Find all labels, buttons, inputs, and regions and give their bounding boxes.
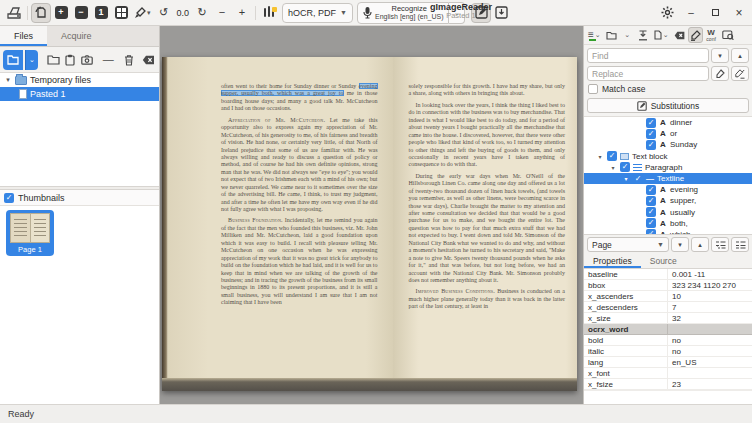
word-row[interactable]: ✓Ausually xyxy=(584,207,752,218)
thumbnails-checkbox[interactable]: ✓ xyxy=(4,193,14,203)
remove-image-button[interactable]: — xyxy=(101,51,116,69)
word-row[interactable]: ✓Aboth, xyxy=(584,218,752,229)
insert-mode-button[interactable]: ≡ ⌄ xyxy=(586,27,603,43)
zoom-in-button[interactable]: + xyxy=(51,3,71,23)
image-controls-button[interactable] xyxy=(259,3,279,23)
replace-all-button[interactable] xyxy=(731,66,749,81)
replace-button[interactable] xyxy=(711,66,729,81)
paste-button[interactable] xyxy=(63,51,78,69)
navigate-next-button[interactable]: ▾ xyxy=(671,237,689,252)
property-row[interactable]: x_fsize23 xyxy=(584,379,752,390)
scanned-book-image[interactable]: often went to their home for Sunday dinn… xyxy=(162,57,577,391)
textline-row-selected[interactable]: ▾✓—Textline xyxy=(584,173,752,184)
word-row[interactable]: ✓Adinner xyxy=(584,117,752,128)
find-input[interactable] xyxy=(587,48,709,63)
property-row[interactable]: boldno xyxy=(584,335,752,346)
word-confidence-toggle-button[interactable]: Wconf xyxy=(704,27,719,43)
rotate-cw-button[interactable]: ↻ xyxy=(192,3,212,23)
open-output-dropdown[interactable]: ⌄ xyxy=(620,27,635,43)
rotate-angle-spinbox[interactable]: 0.0 xyxy=(174,8,193,18)
word-row[interactable]: ✓ASunday xyxy=(584,139,752,150)
preview-toggle-button[interactable] xyxy=(720,27,736,43)
property-row[interactable]: x_font xyxy=(584,368,752,379)
property-row[interactable]: langen_US xyxy=(584,357,752,368)
substitutions-label: Substitutions xyxy=(651,101,700,111)
expand-all-button[interactable] xyxy=(711,237,729,252)
find-replace-toggle-button[interactable] xyxy=(688,27,703,43)
property-row[interactable]: x_descenders7 xyxy=(584,302,752,313)
collapse-all-button[interactable] xyxy=(731,237,749,252)
word-row[interactable]: ✓Aor xyxy=(584,128,752,139)
property-section-header[interactable]: ocrx_word xyxy=(584,324,752,335)
word-checkbox[interactable]: ✓ xyxy=(646,196,656,206)
page-increment-button[interactable]: + xyxy=(232,3,252,23)
app-menu-button[interactable] xyxy=(658,4,676,22)
close-button[interactable]: × xyxy=(730,4,748,22)
property-row[interactable]: bbox323 234 1120 270 xyxy=(584,280,752,291)
ocr-mode-combo[interactable]: hOCR, PDF ▼ xyxy=(282,3,353,23)
replace-input[interactable] xyxy=(587,66,709,81)
expander-icon[interactable]: ▾ xyxy=(4,76,12,84)
find-next-button[interactable]: ▾ xyxy=(711,48,729,63)
zoom-fit-button[interactable] xyxy=(111,3,131,23)
word-checkbox[interactable]: ✓ xyxy=(646,218,656,228)
maximize-button[interactable] xyxy=(706,4,724,22)
match-case-checkbox[interactable]: ✓ xyxy=(588,84,598,94)
rotate-ccw-button[interactable]: ↺ xyxy=(154,3,174,23)
add-images-dropdown[interactable]: ⌄ xyxy=(25,50,38,70)
property-value: 23 xyxy=(668,379,752,389)
navigate-prev-button[interactable]: ▴ xyxy=(691,237,709,252)
property-value: 323 234 1120 270 xyxy=(668,280,752,290)
property-row[interactable]: italicno xyxy=(584,346,752,357)
clear-output-button[interactable] xyxy=(672,27,687,43)
textline-checkbox[interactable]: ✓ xyxy=(633,174,643,184)
image-canvas[interactable]: often went to their home for Sunday dinn… xyxy=(160,26,583,404)
add-images-button[interactable] xyxy=(3,50,23,70)
import-text-button[interactable] xyxy=(636,27,651,43)
screenshot-button[interactable] xyxy=(80,51,95,69)
word-checkbox[interactable]: ✓ xyxy=(646,118,656,128)
rotate-page-mode-button[interactable] xyxy=(31,3,51,23)
tab-source[interactable]: Source xyxy=(641,254,686,268)
save-output-button[interactable]: ⌄ xyxy=(652,27,671,43)
image-filter-dropdown[interactable]: ▾ xyxy=(131,3,154,23)
sources-pane-button[interactable] xyxy=(4,3,24,23)
delete-image-button[interactable] xyxy=(122,51,137,69)
word-row[interactable]: ✓Aevening xyxy=(584,184,752,195)
expander-icon[interactable]: ▾ xyxy=(609,164,617,171)
word-row[interactable]: ✓Asupper, xyxy=(584,195,752,206)
textblock-row[interactable]: ▾✓Text block xyxy=(584,151,752,162)
property-name: ocrx_word xyxy=(584,324,668,334)
property-row[interactable]: baseline0.001 -11 xyxy=(584,269,752,280)
word-checkbox[interactable]: ✓ xyxy=(646,140,656,150)
tab-properties[interactable]: Properties xyxy=(584,254,641,268)
expander-icon[interactable]: ▾ xyxy=(596,153,604,160)
tab-acquire[interactable]: Acquire xyxy=(47,26,106,46)
chevron-down-icon: ▾ xyxy=(678,241,682,249)
tree-row-pasted-file[interactable]: Pasted 1 xyxy=(0,87,159,101)
minimize-icon: – xyxy=(688,7,694,18)
find-prev-button[interactable]: ▴ xyxy=(731,48,749,63)
word-checkbox[interactable]: ✓ xyxy=(646,129,656,139)
page-combo[interactable]: Page ▼ xyxy=(587,237,669,252)
word-checkbox[interactable]: ✓ xyxy=(646,207,656,217)
clear-all-button[interactable] xyxy=(141,51,156,69)
tab-files[interactable]: Files xyxy=(0,26,47,46)
substitutions-button[interactable]: Substitutions xyxy=(587,98,749,113)
paragraph-row[interactable]: ▾✓Paragraph xyxy=(584,162,752,173)
minimize-button[interactable]: – xyxy=(682,4,700,22)
word-checkbox[interactable]: ✓ xyxy=(646,185,656,195)
zoom-original-button[interactable]: 1 xyxy=(91,3,111,23)
open-folder-button[interactable] xyxy=(46,51,61,69)
block-checkbox[interactable]: ✓ xyxy=(607,151,617,161)
property-row[interactable]: x_ascenders10 xyxy=(584,291,752,302)
open-output-button[interactable] xyxy=(604,27,619,43)
zoom-out-button[interactable]: − xyxy=(71,3,91,23)
page-decrement-button[interactable]: − xyxy=(212,3,232,23)
expander-icon[interactable]: ▾ xyxy=(622,175,630,182)
thumbnail-page-1[interactable]: Page 1 xyxy=(6,210,54,256)
property-row[interactable]: x_size32 xyxy=(584,313,752,324)
tree-row-temporary-files[interactable]: ▾ Temporary files xyxy=(0,73,159,87)
chevron-down-icon: ⌄ xyxy=(624,31,630,39)
paragraph-checkbox[interactable]: ✓ xyxy=(620,162,630,172)
